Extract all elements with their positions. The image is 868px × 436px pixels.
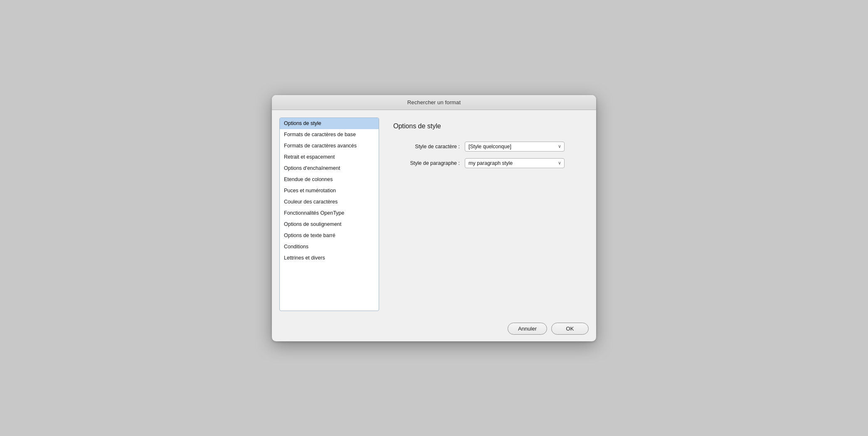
form-row-style-caractere: Style de caractère :[Style quelconque]∨	[393, 142, 582, 152]
sidebar: Options de styleFormats de caractères de…	[279, 118, 379, 311]
ok-button[interactable]: OK	[551, 323, 589, 335]
sidebar-item-lettrines-divers[interactable]: Lettrines et divers	[280, 252, 379, 264]
sidebar-item-options-texte-barre[interactable]: Options de texte barré	[280, 230, 379, 241]
select-style-paragraphe[interactable]: my paragraph style	[465, 158, 565, 168]
select-style-caractere[interactable]: [Style quelconque]	[465, 142, 565, 152]
select-wrapper-style-caractere: [Style quelconque]∨	[465, 142, 565, 152]
sidebar-item-options-enchainement[interactable]: Options d'enchaînement	[280, 163, 379, 174]
sidebar-item-formats-avances[interactable]: Formats de caractères avancés	[280, 140, 379, 152]
sidebar-item-puces-numerotation[interactable]: Puces et numérotation	[280, 185, 379, 196]
dialog-body: Options de styleFormats de caractères de…	[272, 110, 596, 318]
sidebar-item-retrait-espacement[interactable]: Retrait et espacement	[280, 152, 379, 163]
sidebar-item-couleur-caracteres[interactable]: Couleur des caractères	[280, 196, 379, 208]
sidebar-item-formats-base[interactable]: Formats de caractères de base	[280, 129, 379, 140]
section-title: Options de style	[393, 122, 582, 130]
dialog-footer: Annuler OK	[272, 318, 596, 341]
form-label-style-caractere: Style de caractère :	[393, 144, 460, 149]
sidebar-item-conditions[interactable]: Conditions	[280, 241, 379, 252]
dialog-titlebar: Rechercher un format	[272, 95, 596, 110]
dialog: Rechercher un format Options de styleFor…	[272, 95, 596, 341]
dialog-title: Rechercher un format	[407, 99, 461, 105]
sidebar-item-options-soulignement[interactable]: Options de soulignement	[280, 219, 379, 230]
form-row-style-paragraphe: Style de paragraphe :my paragraph style∨	[393, 158, 582, 168]
select-wrapper-style-paragraphe: my paragraph style∨	[465, 158, 565, 168]
sidebar-item-options-style[interactable]: Options de style	[280, 118, 379, 129]
sidebar-item-etendue-colonnes[interactable]: Etendue de colonnes	[280, 174, 379, 185]
main-content: Options de style Style de caractère :[St…	[387, 118, 589, 311]
sidebar-item-fonctionnalites-opentype[interactable]: Fonctionnalités OpenType	[280, 208, 379, 219]
cancel-button[interactable]: Annuler	[508, 323, 547, 335]
form-label-style-paragraphe: Style de paragraphe :	[393, 160, 460, 166]
